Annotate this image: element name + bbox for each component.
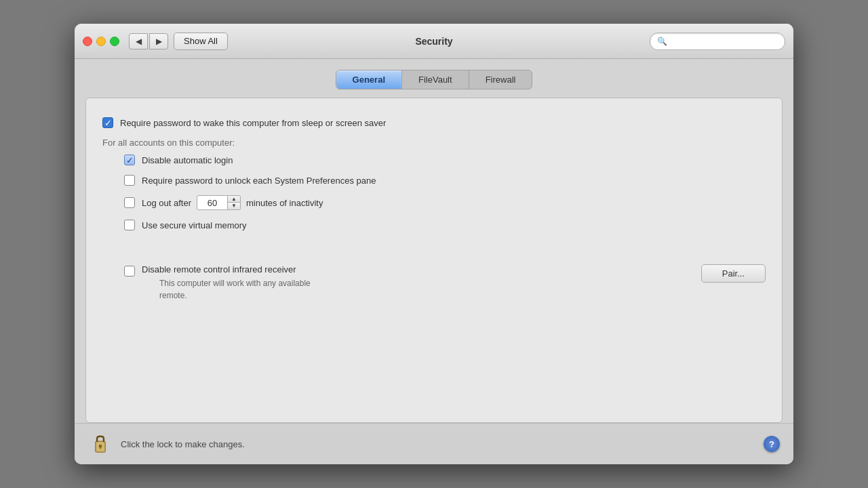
logout-checkbox[interactable] — [124, 197, 135, 208]
disable-autologin-row: ✓ Disable automatic login — [102, 155, 766, 165]
infrared-text-block: Disable remote control infrared receiver… — [142, 264, 311, 302]
search-icon: 🔍 — [657, 37, 667, 46]
svg-rect-3 — [100, 446, 101, 449]
logout-suffix: minutes of inactivity — [246, 198, 323, 208]
infrared-description: This computer will work with any availab… — [142, 277, 311, 302]
logout-row: Log out after 60 ▲ ▼ minutes of inactivi… — [102, 195, 766, 210]
bottom-bar: Click the lock to make changes. ? — [75, 423, 793, 464]
lock-icon[interactable] — [88, 432, 113, 456]
nav-buttons: ◀ ▶ — [129, 33, 168, 49]
infrared-row: Disable remote control infrared receiver… — [102, 264, 766, 302]
show-all-button[interactable]: Show All — [174, 33, 228, 50]
require-password-checkbox[interactable]: ✓ — [102, 117, 113, 128]
lock-text: Click the lock to make changes. — [121, 439, 245, 449]
require-password-row: ✓ Require password to wake this computer… — [102, 117, 766, 128]
tab-firewall[interactable]: Firewall — [469, 70, 532, 89]
tab-general[interactable]: General — [336, 70, 402, 89]
maximize-button[interactable] — [110, 37, 119, 46]
infrared-desc-line2: remote. — [159, 291, 187, 300]
stepper-down[interactable]: ▼ — [228, 203, 240, 209]
secure-memory-row: Use secure virtual memory — [102, 220, 766, 230]
security-window: ◀ ▶ Show All Security 🔍 General FileVaul… — [75, 24, 793, 464]
help-button[interactable]: ? — [764, 436, 780, 452]
infrared-main: Disable remote control infrared receiver… — [124, 264, 766, 302]
tab-group: General FileVault Firewall — [336, 70, 533, 89]
minimize-button[interactable] — [96, 37, 106, 46]
tab-bar: General FileVault Firewall — [75, 59, 793, 89]
tab-filevault[interactable]: FileVault — [402, 70, 469, 89]
infrared-label: Disable remote control infrared receiver — [142, 264, 311, 274]
logout-minutes-input[interactable]: 60 — [197, 195, 228, 210]
require-password-unlock-row: Require password to unlock each System P… — [102, 175, 766, 186]
secure-memory-label: Use secure virtual memory — [142, 220, 247, 230]
disable-autologin-checkbox[interactable]: ✓ — [124, 155, 135, 165]
infrared-checkbox[interactable] — [124, 266, 135, 277]
secure-memory-checkbox[interactable] — [124, 220, 135, 230]
titlebar: ◀ ▶ Show All Security 🔍 — [75, 24, 793, 59]
traffic-lights — [83, 37, 119, 46]
logout-prefix: Log out after — [142, 198, 191, 208]
logout-minutes-wrap: 60 ▲ ▼ — [197, 195, 241, 210]
require-password-label: Require password to wake this computer f… — [120, 118, 386, 128]
window-title: Security — [415, 36, 452, 47]
infrared-desc-line1: This computer will work with any availab… — [159, 279, 311, 288]
require-password-unlock-label: Require password to unlock each System P… — [142, 176, 376, 186]
search-input[interactable] — [670, 36, 778, 46]
stepper-up[interactable]: ▲ — [228, 196, 240, 203]
close-button[interactable] — [83, 37, 92, 46]
disable-autologin-label: Disable automatic login — [142, 155, 233, 165]
content-area: ✓ Require password to wake this computer… — [85, 98, 783, 423]
forward-button[interactable]: ▶ — [149, 33, 168, 49]
logout-stepper: ▲ ▼ — [228, 195, 241, 210]
for-all-accounts-label: For all accounts on this computer: — [102, 138, 766, 148]
require-password-unlock-checkbox[interactable] — [124, 175, 135, 186]
search-box: 🔍 — [650, 33, 785, 50]
pair-button[interactable]: Pair... — [701, 264, 766, 283]
back-button[interactable]: ◀ — [129, 33, 148, 49]
